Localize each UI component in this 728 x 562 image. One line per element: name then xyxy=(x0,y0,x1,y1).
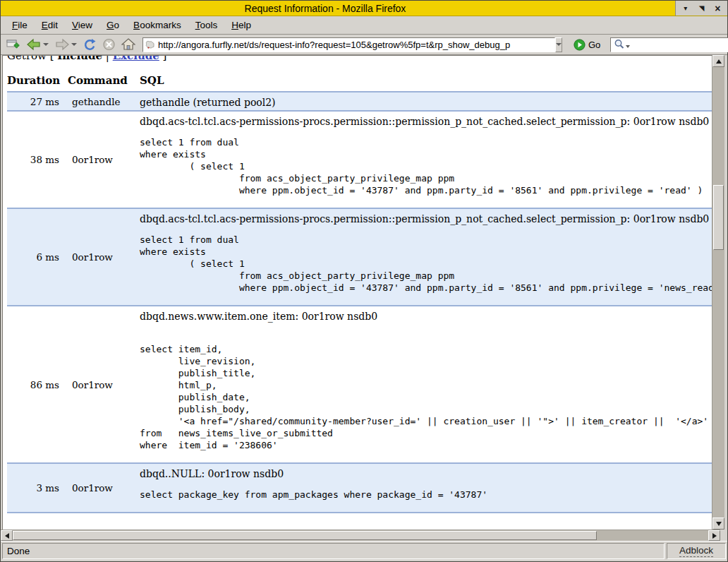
url-bar[interactable] xyxy=(142,37,555,52)
sql-statement-title: gethandle (returned pool2) xyxy=(140,97,712,108)
sql-statement-title: dbqd.acs-tcl.tcl.acs-permissions-procs.p… xyxy=(140,213,712,225)
menu-file[interactable]: File xyxy=(5,18,35,32)
search-engine-dropdown[interactable] xyxy=(626,45,630,48)
table-row: 3 ms 0or1row dbqd..NULL: 0or1row nsdb0 s… xyxy=(7,463,712,513)
search-icon xyxy=(614,39,625,50)
page-viewport: Getrow [ Include | Exclude ] Duration Co… xyxy=(2,55,712,530)
forward-history-dropdown[interactable] xyxy=(71,43,77,46)
horizontal-scrollbar[interactable] xyxy=(1,530,720,541)
stop-icon xyxy=(102,38,116,51)
sql-cell: gethandle (returned pool2) xyxy=(140,92,712,111)
adblock-label: Adblock xyxy=(679,545,713,557)
maximize-button[interactable]: ◥ xyxy=(696,3,708,14)
table-header-row: Duration Command SQL xyxy=(7,71,712,92)
menu-edit[interactable]: Edit xyxy=(35,18,65,32)
back-history-dropdown[interactable] xyxy=(43,43,49,46)
arrow-down-icon xyxy=(716,522,722,526)
scrollbar-corner xyxy=(720,530,727,541)
vertical-scrollbar[interactable] xyxy=(712,55,724,530)
table-row: 38 ms 0or1row dbqd.acs-tcl.tcl.acs-permi… xyxy=(7,111,712,208)
adblock-status-button[interactable]: Adblock xyxy=(667,543,726,559)
sql-cell: dbqd.news.www.item.one_item: 0or1row nsd… xyxy=(140,306,712,463)
reload-icon xyxy=(83,38,97,51)
include-label: Include xyxy=(57,55,102,62)
menu-view[interactable]: View xyxy=(65,18,99,32)
url-input[interactable] xyxy=(158,40,552,50)
status-text: Done xyxy=(2,543,665,559)
search-input[interactable] xyxy=(632,39,728,51)
sql-statement: select 1 from dual where exists ( select… xyxy=(140,136,712,196)
menu-help[interactable]: Help xyxy=(224,18,258,32)
window-title: Request Information - Mozilla Firefox xyxy=(1,3,650,14)
duration-cell: 38 ms xyxy=(7,111,68,208)
duration-cell: 6 ms xyxy=(7,208,68,306)
menu-bar: File Edit View Go Bookmarks Tools Help xyxy=(1,16,727,35)
sql-statement: select 1 from dual where exists ( select… xyxy=(140,234,712,294)
home-button[interactable] xyxy=(119,36,138,53)
arrow-left-icon xyxy=(5,533,9,539)
forward-button[interactable] xyxy=(51,36,80,53)
request-info-page: Getrow [ Include | Exclude ] Duration Co… xyxy=(3,55,712,513)
command-header: Command xyxy=(68,71,140,92)
back-button[interactable] xyxy=(23,36,51,53)
browser-window: Request Information - Mozilla Firefox ▾ … xyxy=(0,0,728,562)
table-row: 6 ms 0or1row dbqd.acs-tcl.tcl.acs-permis… xyxy=(7,208,712,306)
scroll-down-button[interactable] xyxy=(712,518,724,530)
arrow-right-icon xyxy=(712,533,717,539)
window-controls: ▾ ◥ × xyxy=(675,1,727,16)
command-cell: gethandle xyxy=(68,92,140,111)
go-button[interactable]: Go xyxy=(568,37,603,52)
scroll-left-button[interactable] xyxy=(1,530,13,541)
url-dropdown-button[interactable] xyxy=(555,37,562,52)
back-icon xyxy=(26,38,42,51)
reload-button[interactable] xyxy=(80,36,99,53)
forward-icon xyxy=(54,38,70,51)
content-area: Getrow [ Include | Exclude ] Duration Co… xyxy=(1,55,727,530)
menu-go[interactable]: Go xyxy=(99,18,126,32)
new-tab-button[interactable] xyxy=(4,36,23,53)
command-cell: 0or1row xyxy=(68,306,140,463)
scroll-right-button[interactable] xyxy=(708,530,720,541)
stop-button[interactable] xyxy=(99,36,119,53)
command-cell: 0or1row xyxy=(68,463,140,513)
sql-statement: select item_id, live_revision, publish_t… xyxy=(140,331,712,451)
sql-statement: select package_key from apm_packages whe… xyxy=(140,489,712,501)
getrow-filter-line: Getrow [ Include | Exclude ] xyxy=(7,55,712,62)
close-button[interactable]: × xyxy=(711,3,724,14)
duration-cell: 3 ms xyxy=(7,463,68,513)
sql-header: SQL xyxy=(140,71,712,92)
go-icon xyxy=(574,39,586,51)
table-row: 27 ms gethandle gethandle (returned pool… xyxy=(7,92,712,111)
horizontal-scrollbar-row xyxy=(1,530,727,541)
command-cell: 0or1row xyxy=(68,208,140,306)
title-bar[interactable]: Request Information - Mozilla Firefox ▾ … xyxy=(1,1,727,16)
menu-tools[interactable]: Tools xyxy=(188,18,225,32)
minimize-button[interactable]: ▾ xyxy=(679,3,692,14)
sql-cell: dbqd..NULL: 0or1row nsdb0 select package… xyxy=(140,463,712,513)
sql-cell: dbqd.acs-tcl.tcl.acs-permissions-procs.p… xyxy=(140,111,712,208)
scroll-up-button[interactable] xyxy=(712,55,724,67)
arrow-up-icon xyxy=(716,59,722,64)
sql-cell: dbqd.acs-tcl.tcl.acs-permissions-procs.p… xyxy=(140,208,712,306)
command-cell: 0or1row xyxy=(68,111,140,208)
go-label: Go xyxy=(588,40,600,50)
navigation-toolbar: Go xyxy=(1,35,727,55)
home-icon xyxy=(121,38,135,51)
vertical-scrollbar-thumb[interactable] xyxy=(713,185,724,250)
sql-debug-table: Duration Command SQL 27 ms gethandle get… xyxy=(7,71,712,513)
status-bar: Done Adblock xyxy=(1,541,727,561)
chevron-down-icon xyxy=(556,43,562,46)
search-bar[interactable] xyxy=(610,37,728,52)
sql-statement-title: dbqd.news.www.item.one_item: 0or1row nsd… xyxy=(140,311,712,322)
site-favicon xyxy=(145,40,155,49)
exclude-link[interactable]: Exclude xyxy=(113,55,159,62)
sql-statement-title: dbqd..NULL: 0or1row nsdb0 xyxy=(140,468,712,479)
duration-cell: 27 ms xyxy=(7,92,68,111)
duration-cell: 86 ms xyxy=(7,306,68,463)
horizontal-scrollbar-thumb[interactable] xyxy=(13,531,597,540)
duration-header: Duration xyxy=(7,71,68,92)
table-row: 86 ms 0or1row dbqd.news.www.item.one_ite… xyxy=(7,306,712,463)
sql-statement-title: dbqd.acs-tcl.tcl.acs-permissions-procs.p… xyxy=(140,116,712,127)
new-tab-icon xyxy=(6,39,20,50)
menu-bookmarks[interactable]: Bookmarks xyxy=(126,18,188,32)
